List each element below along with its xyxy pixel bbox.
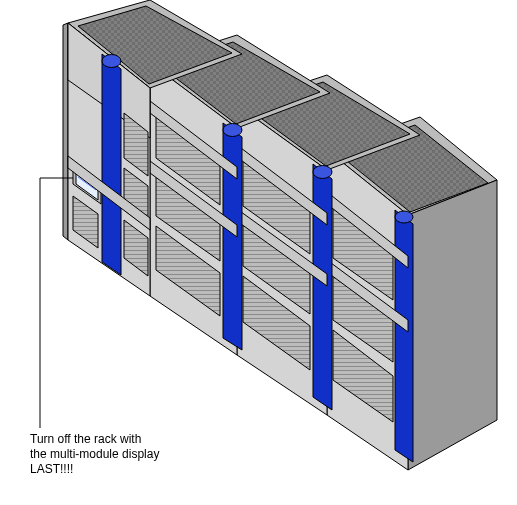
- svg-point-20: [313, 166, 332, 179]
- svg-marker-7: [408, 180, 497, 470]
- diagram-stage: Turn off the rack with the multi-module …: [0, 0, 517, 505]
- svg-marker-29: [223, 123, 242, 350]
- svg-marker-38: [63, 23, 68, 240]
- svg-point-10: [395, 211, 413, 223]
- svg-point-30: [223, 124, 242, 137]
- svg-marker-41: [102, 54, 121, 275]
- callout-text: Turn off the rack with the multi-module …: [30, 432, 160, 477]
- server-rack-diagram: [0, 0, 517, 505]
- svg-point-42: [102, 55, 121, 68]
- rack-4: [327, 117, 497, 470]
- svg-marker-19: [313, 164, 332, 410]
